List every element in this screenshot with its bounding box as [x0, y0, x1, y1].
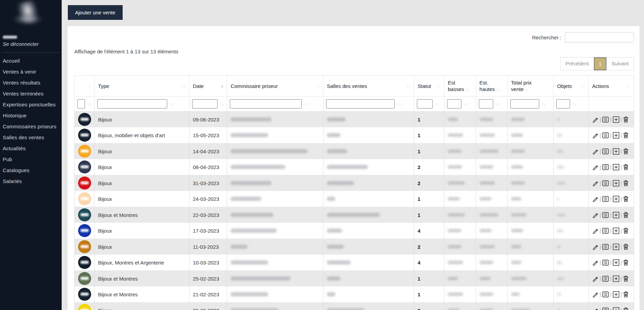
filter-input-type[interactable] [97, 99, 167, 108]
sort-arrows-icon[interactable]: ↑↓ [182, 84, 186, 88]
column-header-commissaire-priseur[interactable]: Commissaire priseur↑↓ [227, 76, 323, 96]
sort-arrows-icon[interactable]: ↑↓ [542, 102, 546, 106]
detail-icon[interactable] [602, 244, 609, 250]
add-icon[interactable] [613, 291, 619, 298]
detail-icon[interactable] [602, 260, 609, 266]
sort-arrows-icon[interactable]: ↑↓ [496, 88, 500, 92]
add-icon[interactable] [613, 164, 619, 170]
detail-icon[interactable] [602, 117, 609, 122]
edit-icon[interactable] [592, 212, 598, 218]
delete-icon[interactable] [623, 259, 629, 266]
detail-icon[interactable] [602, 212, 609, 218]
column-header-objets[interactable]: Objets↑↓ [554, 76, 589, 96]
edit-icon[interactable] [592, 307, 598, 310]
delete-icon[interactable] [623, 228, 629, 234]
add-icon[interactable] [613, 259, 619, 266]
logout-link[interactable]: Se déconnecter [3, 41, 62, 47]
column-header-salles-des-ventes[interactable]: Salles des ventes↑↓ [323, 76, 414, 96]
sort-arrows-icon[interactable]: ↑↓ [220, 102, 224, 106]
add-sale-button[interactable]: Ajouter une vente [68, 5, 123, 20]
sort-arrows-icon[interactable]: ↑↓ [170, 102, 174, 106]
filter-input-est-basses[interactable] [447, 99, 461, 108]
sidebar-item-ventes-resultats[interactable]: Ventes résultats [3, 77, 62, 88]
add-icon[interactable] [613, 228, 619, 234]
detail-icon[interactable] [602, 132, 609, 138]
edit-icon[interactable] [592, 180, 598, 186]
delete-icon[interactable] [623, 116, 629, 122]
column-header-date[interactable]: Date↑↓ [189, 76, 227, 96]
sort-arrows-icon[interactable]: ↑↓ [496, 102, 500, 106]
sort-arrows-icon[interactable]: ↑↓ [88, 102, 91, 106]
add-icon[interactable] [613, 244, 619, 250]
filter-input-sort[interactable] [77, 99, 85, 108]
add-icon[interactable] [613, 116, 619, 123]
edit-icon[interactable] [592, 291, 598, 297]
detail-icon[interactable] [602, 180, 609, 186]
detail-icon[interactable] [602, 148, 609, 154]
delete-icon[interactable] [623, 164, 629, 170]
detail-icon[interactable] [602, 228, 609, 234]
sidebar-item-catalogues[interactable]: Catalogues [3, 165, 62, 176]
add-icon[interactable] [613, 307, 619, 310]
detail-icon[interactable] [602, 164, 609, 170]
sidebar-item-expertises-ponctuelles[interactable]: Expertises ponctuelles [3, 99, 62, 110]
edit-icon[interactable] [592, 148, 598, 154]
edit-icon[interactable] [592, 132, 598, 138]
edit-icon[interactable] [592, 244, 598, 250]
add-icon[interactable] [613, 180, 619, 186]
column-header-statut[interactable]: Statut↑↓ [414, 76, 444, 96]
current-page-button[interactable]: 1 [594, 57, 606, 70]
filter-input-salles-des-ventes[interactable] [326, 99, 395, 108]
detail-icon[interactable] [602, 308, 609, 310]
sort-arrows-icon[interactable]: ↑↓ [316, 84, 320, 88]
delete-icon[interactable] [623, 148, 629, 154]
sort-arrows-icon[interactable]: ↑↓ [573, 102, 577, 106]
previous-page-button[interactable]: Précédent [560, 57, 594, 70]
sidebar-item-pub[interactable]: Pub [3, 154, 62, 165]
filter-input-date[interactable] [192, 99, 218, 108]
edit-icon[interactable] [592, 196, 598, 202]
next-page-button[interactable]: Suivant [606, 57, 634, 70]
search-input[interactable] [565, 32, 634, 42]
sidebar-item-salles-des-ventes[interactable]: Salles des ventes [3, 132, 62, 143]
edit-icon[interactable] [592, 164, 598, 170]
sidebar-item-historique[interactable]: Historique [3, 110, 62, 121]
add-icon[interactable] [613, 132, 619, 139]
filter-input-est-hautes[interactable] [479, 99, 493, 108]
sort-arrows-icon[interactable]: ↑↓ [464, 102, 468, 106]
add-icon[interactable] [613, 275, 619, 282]
column-header-est-hautes[interactable]: Est. hautes↑↓ [476, 76, 507, 96]
sort-arrows-icon[interactable]: ↑↓ [407, 84, 410, 88]
column-header-actions[interactable]: Actions↑↓ [589, 76, 634, 96]
filter-input-objets[interactable] [556, 99, 570, 108]
sidebar-item-ventes-terminees[interactable]: Ventes terminées [3, 88, 62, 99]
sort-arrows-icon[interactable]: ↑↓ [466, 88, 469, 92]
edit-icon[interactable] [592, 275, 598, 282]
sidebar-item-salaries[interactable]: Salariés [3, 176, 62, 187]
sort-arrows-icon[interactable]: ↑↓ [581, 84, 585, 88]
sort-arrows-icon[interactable]: ↑↓ [435, 102, 439, 106]
column-header-type[interactable]: Type↑↓ [95, 76, 189, 96]
detail-icon[interactable] [602, 292, 609, 297]
delete-icon[interactable] [623, 180, 629, 186]
filter-input-total-prix-vente[interactable] [510, 99, 539, 108]
delete-icon[interactable] [623, 196, 629, 202]
sidebar-item-accueil[interactable]: Accueil [3, 55, 62, 66]
sort-arrows-icon[interactable]: ↑↓ [305, 102, 308, 106]
column-header-total-prix-vente[interactable]: Total prix vente↑↓ [507, 76, 553, 96]
sort-arrows-icon[interactable]: ↑↓ [397, 102, 401, 106]
detail-icon[interactable] [602, 276, 609, 282]
edit-icon[interactable] [592, 259, 598, 266]
filter-input-statut[interactable] [417, 99, 433, 108]
filter-input-commissaire-priseur[interactable] [230, 99, 302, 108]
sort-arrows-icon[interactable]: ↑↓ [87, 84, 91, 88]
delete-icon[interactable] [623, 244, 629, 250]
delete-icon[interactable] [623, 307, 629, 310]
column-header-est-basses[interactable]: Est basses↑↓ [444, 76, 476, 96]
sort-arrows-icon[interactable]: ↑↓ [220, 84, 223, 88]
edit-icon[interactable] [592, 228, 598, 234]
delete-icon[interactable] [623, 291, 629, 297]
delete-icon[interactable] [623, 275, 629, 282]
sort-arrows-icon[interactable]: ↑↓ [525, 88, 529, 92]
column-header-sort[interactable]: ↑↓ [75, 76, 95, 96]
